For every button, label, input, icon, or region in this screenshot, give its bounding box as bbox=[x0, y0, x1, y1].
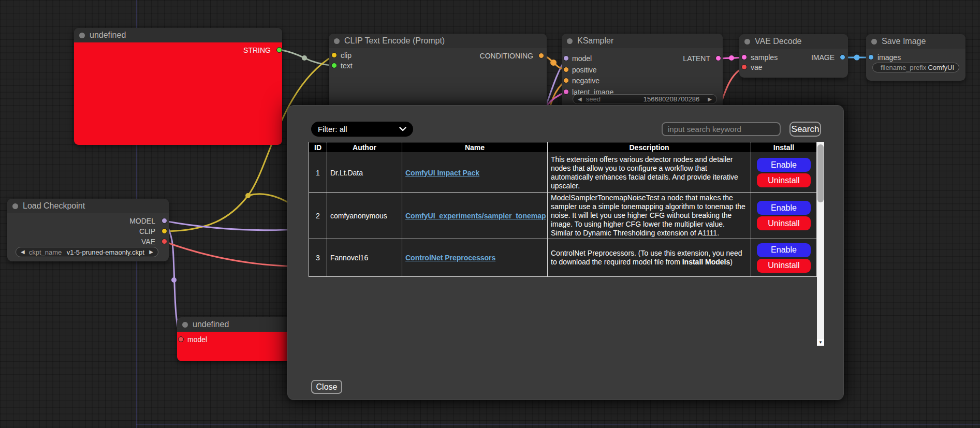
table-row: 1 Dr.Lt.Data ComfyUI Impact Pack This ex… bbox=[309, 153, 817, 193]
cell-author: comfyanonymous bbox=[327, 193, 402, 239]
close-button[interactable]: Close bbox=[311, 380, 342, 394]
cell-description: This extension offers various detector n… bbox=[548, 153, 751, 193]
header-description: Description bbox=[548, 142, 751, 153]
extension-link[interactable]: ControlNet Preprocessors bbox=[405, 254, 495, 262]
node-collapse-dot[interactable] bbox=[79, 33, 85, 38]
input-label: images bbox=[877, 54, 901, 62]
node-collapse-dot[interactable] bbox=[182, 322, 188, 328]
string-output-port[interactable] bbox=[276, 47, 282, 53]
widget-name: filename_prefix bbox=[881, 64, 926, 71]
node-collapse-dot[interactable] bbox=[567, 38, 573, 44]
node-ksampler[interactable]: KSampler model positive negative latent_… bbox=[562, 34, 723, 111]
images-input-port[interactable] bbox=[868, 54, 874, 60]
widget-value: 156680208700286 bbox=[643, 95, 699, 103]
vae-input-port[interactable] bbox=[741, 64, 747, 70]
node-collapse-dot[interactable] bbox=[871, 39, 877, 45]
manager-dialog: Filter: all Search ID Author Name Descri… bbox=[287, 105, 844, 400]
extension-link[interactable]: ComfyUI Impact Pack bbox=[405, 169, 479, 177]
wire-conditioning-dot bbox=[550, 60, 557, 66]
table-scrollbar[interactable]: ▼ bbox=[817, 142, 824, 346]
negative-input-port[interactable] bbox=[563, 78, 569, 83]
input-label: clip bbox=[341, 52, 352, 60]
wire-latent-dot bbox=[729, 55, 734, 61]
table-row: 3 Fannovel16 ControlNet Preprocessors Co… bbox=[309, 239, 817, 277]
input-label: positive bbox=[572, 66, 596, 74]
wire-model-dot bbox=[171, 277, 177, 283]
node-load-checkpoint[interactable]: Load Checkpoint MODEL CLIP VAE ◀ ckpt_na… bbox=[7, 199, 169, 261]
output-label: IMAGE bbox=[811, 54, 835, 62]
seed-increment-icon[interactable]: ▶ bbox=[708, 97, 712, 102]
widget-value: v1-5-pruned-emaonly.ckpt bbox=[67, 248, 144, 256]
model-input-port[interactable] bbox=[178, 336, 184, 342]
seed-decrement-icon[interactable]: ◀ bbox=[578, 97, 582, 102]
node-title: Save Image bbox=[882, 37, 926, 46]
node-collapse-dot[interactable] bbox=[12, 203, 18, 209]
clip-input-port[interactable] bbox=[331, 52, 337, 58]
node-title: undefined bbox=[90, 31, 126, 40]
cell-description: ModelSamplerTonemapNoiseTest a node that… bbox=[548, 193, 751, 239]
node-save-image[interactable]: Save Image images filename_prefix ComfyU… bbox=[866, 34, 966, 81]
input-label: samples bbox=[751, 54, 778, 62]
node-undefined-bottom[interactable]: undefined model bbox=[177, 317, 291, 361]
input-label: text bbox=[341, 62, 353, 70]
cell-id: 2 bbox=[309, 193, 327, 239]
extension-link[interactable]: ComfyUI_experiments/sampler_tonemap bbox=[405, 212, 546, 220]
header-install: Install bbox=[751, 142, 817, 153]
node-collapse-dot[interactable] bbox=[744, 39, 750, 45]
seed-widget[interactable]: ◀ seed 156680208700286 ▶ bbox=[573, 94, 717, 104]
widget-name: ckpt_name bbox=[29, 248, 62, 256]
positive-input-port[interactable] bbox=[563, 67, 569, 72]
filter-select[interactable]: Filter: all bbox=[311, 122, 413, 137]
output-label: CONDITIONING bbox=[480, 52, 533, 60]
uninstall-button[interactable]: Uninstall bbox=[757, 173, 811, 187]
ckpt-name-widget[interactable]: ◀ ckpt_name v1-5-pruned-emaonly.ckpt ▶ bbox=[16, 247, 158, 257]
filename-prefix-widget[interactable]: filename_prefix ComfyUI bbox=[872, 63, 959, 72]
header-author: Author bbox=[327, 142, 402, 153]
input-label: model bbox=[187, 336, 207, 344]
ckpt-next-icon[interactable]: ▶ bbox=[149, 249, 153, 255]
cell-install: Enable Uninstall bbox=[751, 239, 817, 277]
cell-id: 1 bbox=[309, 153, 327, 193]
image-output-port[interactable] bbox=[840, 54, 845, 60]
search-button[interactable]: Search bbox=[789, 122, 821, 137]
output-label: MODEL bbox=[129, 217, 155, 225]
conditioning-output-port[interactable] bbox=[538, 53, 544, 58]
extensions-table: ID Author Name Description Install 1 Dr.… bbox=[309, 142, 817, 277]
cell-description: ControlNet Preprocessors. (To use this e… bbox=[548, 239, 751, 277]
model-input-port[interactable] bbox=[563, 55, 569, 61]
enable-button[interactable]: Enable bbox=[757, 243, 811, 257]
header-name: Name bbox=[402, 142, 548, 153]
enable-button[interactable]: Enable bbox=[757, 201, 811, 215]
node-clip-text-encode[interactable]: CLIP Text Encode (Prompt) clip text COND… bbox=[329, 34, 547, 116]
node-title: VAE Decode bbox=[755, 37, 801, 46]
output-label: STRING bbox=[243, 47, 271, 54]
filter-selected-value: Filter: all bbox=[318, 125, 347, 134]
enable-button[interactable]: Enable bbox=[757, 158, 811, 172]
node-title: CLIP Text Encode (Prompt) bbox=[344, 36, 445, 46]
ckpt-prev-icon[interactable]: ◀ bbox=[21, 249, 25, 255]
clip-output-port[interactable] bbox=[162, 228, 167, 234]
wire-image-dot bbox=[854, 55, 860, 61]
scrollbar-down-arrow-icon[interactable]: ▼ bbox=[817, 339, 824, 346]
node-collapse-dot[interactable] bbox=[334, 38, 340, 44]
wire-string-dot bbox=[302, 55, 307, 61]
input-label: vae bbox=[751, 64, 763, 71]
wire-clip-dot bbox=[245, 193, 251, 198]
output-label: VAE bbox=[141, 238, 155, 246]
samples-input-port[interactable] bbox=[741, 54, 747, 60]
wire-string bbox=[282, 50, 334, 66]
cell-id: 3 bbox=[309, 239, 327, 277]
node-undefined-top[interactable]: undefined STRING bbox=[74, 28, 282, 145]
scrollbar-thumb[interactable] bbox=[817, 144, 824, 202]
cell-author: Dr.Lt.Data bbox=[327, 153, 402, 193]
widget-name: seed bbox=[586, 95, 601, 103]
search-input[interactable] bbox=[662, 122, 781, 136]
vae-output-port[interactable] bbox=[162, 239, 167, 244]
uninstall-button[interactable]: Uninstall bbox=[757, 216, 811, 230]
latent-image-input-port[interactable] bbox=[563, 89, 569, 95]
latent-output-port[interactable] bbox=[715, 55, 721, 61]
node-vae-decode[interactable]: VAE Decode samples vae IMAGE bbox=[739, 34, 848, 78]
model-output-port[interactable] bbox=[162, 218, 167, 224]
uninstall-button[interactable]: Uninstall bbox=[757, 259, 811, 273]
text-input-port[interactable] bbox=[331, 63, 337, 68]
